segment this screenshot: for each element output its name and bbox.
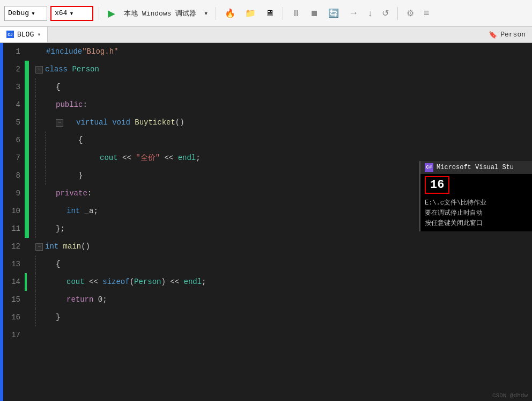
close-brace-16: } bbox=[56, 309, 60, 326]
shift-op-14a: << bbox=[89, 273, 102, 291]
void-keyword: void bbox=[112, 114, 135, 132]
class-keyword: class bbox=[45, 61, 72, 78]
shift-op-14b: << bbox=[166, 273, 184, 291]
line-numbers: 1 2 3 4 5 6 7 8 9 10 11 12 13 14 15 16 1… bbox=[3, 43, 25, 401]
main-func: main bbox=[63, 238, 82, 256]
run-label: 本地 Windows 调试器 bbox=[122, 9, 198, 18]
msvc-title-text: Microsoft Visual Stu bbox=[437, 164, 514, 171]
run-dropdown-arrow[interactable]: ▾ bbox=[202, 9, 210, 18]
line-num-13: 13 bbox=[3, 256, 20, 273]
int-keyword-10: int bbox=[66, 202, 85, 220]
endl-ident: endl bbox=[178, 149, 196, 167]
indicator-line-5 bbox=[25, 114, 27, 132]
return-keyword: return bbox=[66, 291, 98, 309]
open-brace-3: { bbox=[56, 78, 60, 96]
toolbar-separator-4 bbox=[397, 7, 398, 20]
line-num-1: 1 bbox=[3, 43, 20, 61]
func-name-buyticket: Buyticket bbox=[135, 114, 175, 132]
msvc-text-block: E:\.c文件\比特作业 要在调试停止时自动 按任意键关闭此窗口 bbox=[420, 196, 532, 231]
include-keyword: #include bbox=[46, 43, 82, 61]
tab-blog-dropdown[interactable]: ▾ bbox=[37, 31, 41, 39]
tab-blog-icon: C# bbox=[6, 31, 14, 38]
line-num-12: 12 bbox=[3, 238, 20, 256]
shift-op-2: << bbox=[160, 149, 178, 167]
code-line-6: { bbox=[35, 132, 532, 149]
int-keyword-12: int bbox=[45, 238, 63, 256]
person-ident-14: Person bbox=[134, 273, 161, 291]
debug-dropdown-arrow: ▾ bbox=[31, 9, 35, 18]
code-line-1: #include"Blog.h" bbox=[35, 43, 532, 61]
main-parens: () bbox=[81, 238, 90, 256]
line-num-7: 7 bbox=[3, 149, 20, 167]
line-num-3: 3 bbox=[3, 78, 20, 96]
code-line-16: } bbox=[35, 309, 532, 326]
collapse-btn-12[interactable]: − bbox=[35, 243, 43, 251]
open-brace-13: { bbox=[56, 256, 60, 273]
sizeof-close: ) bbox=[161, 273, 165, 291]
indicator-line-14 bbox=[25, 273, 27, 291]
debug-dropdown[interactable]: Debug ▾ bbox=[4, 6, 47, 21]
line-num-14: 14 bbox=[3, 273, 20, 291]
msvc-text-line2: 要在调试停止时自动 bbox=[425, 208, 528, 218]
include-string: "Blog.h" bbox=[82, 43, 118, 61]
line-num-16: 16 bbox=[3, 309, 20, 326]
code-line-3: { bbox=[35, 78, 532, 96]
settings-button[interactable]: ⚙ bbox=[403, 6, 417, 21]
sizeof-open: ( bbox=[130, 273, 134, 291]
line-num-8: 8 bbox=[3, 167, 20, 185]
stepout-button[interactable]: ↺ bbox=[379, 6, 392, 21]
virtual-keyword: virtual bbox=[76, 114, 112, 132]
collapse-btn-2[interactable]: − bbox=[35, 66, 43, 74]
arch-label: x64 bbox=[55, 9, 67, 17]
toolbar-separator-1 bbox=[99, 7, 99, 20]
cout-ident-14: cout bbox=[66, 273, 89, 291]
popup-result-number: 16 bbox=[425, 176, 449, 194]
watermark: CSDN @dhdw bbox=[492, 392, 528, 399]
code-line-17 bbox=[35, 326, 532, 344]
stop-button[interactable]: ⏹ bbox=[307, 6, 322, 21]
semicolon-14: ; bbox=[202, 273, 206, 291]
var-a: _a; bbox=[85, 202, 98, 220]
pause-button[interactable]: ⏸ bbox=[289, 6, 304, 21]
code-line-14: cout << sizeof(Person) << endl; bbox=[35, 273, 532, 291]
menu-button[interactable]: ≡ bbox=[420, 6, 433, 21]
arch-dropdown[interactable]: x64 ▾ bbox=[50, 6, 93, 21]
stepinto-button[interactable]: ↓ bbox=[365, 6, 375, 21]
code-line-15: return 0; bbox=[35, 291, 532, 309]
restart-button[interactable]: 🔄 bbox=[325, 6, 342, 21]
code-area: 1 2 3 4 5 6 7 8 9 10 11 12 13 14 15 16 1… bbox=[0, 43, 532, 401]
tab-right-section: 🔖 Person bbox=[482, 27, 532, 42]
line-num-4: 4 bbox=[3, 96, 20, 114]
return-value: 0; bbox=[98, 291, 107, 309]
toolbar: Debug ▾ x64 ▾ ▶ 本地 Windows 调试器 ▾ 🔥 📁 🖥 ⏸… bbox=[0, 0, 532, 27]
code-line-12: − int main() bbox=[35, 238, 532, 256]
func-parens: () bbox=[175, 114, 184, 132]
line-num-6: 6 bbox=[3, 132, 20, 149]
msvc-text-line3: 按任意键关闭此窗口 bbox=[425, 218, 528, 229]
indicators-column bbox=[25, 43, 30, 401]
private-colon: : bbox=[87, 185, 92, 202]
fire-button[interactable]: 🔥 bbox=[221, 6, 239, 21]
folder-button[interactable]: 📁 bbox=[242, 6, 259, 21]
public-keyword: public bbox=[56, 96, 83, 114]
indicator-line-2 bbox=[25, 61, 29, 238]
play-button[interactable]: ▶ bbox=[105, 6, 119, 21]
collapse-btn-5[interactable]: − bbox=[56, 119, 63, 127]
semicolon-7: ; bbox=[196, 149, 200, 167]
screen-button[interactable]: 🖥 bbox=[262, 6, 277, 21]
nav-label: Person bbox=[500, 31, 526, 39]
code-line-5: − virtual void Buyticket() bbox=[35, 114, 532, 132]
private-keyword: private bbox=[56, 185, 87, 202]
toolbar-separator-2 bbox=[216, 7, 216, 20]
string-quanjia: "全价" bbox=[136, 149, 160, 167]
code-line-13: { bbox=[35, 256, 532, 273]
line-num-2: 2 bbox=[3, 61, 20, 78]
line-num-9: 9 bbox=[3, 185, 20, 202]
stepover-button[interactable]: → bbox=[345, 6, 361, 21]
line-num-10: 10 bbox=[3, 202, 20, 220]
code-line-4: public: bbox=[35, 96, 532, 114]
msvc-popup: C# Microsoft Visual Stu 16 E:\.c文件\比特作业 … bbox=[419, 161, 532, 231]
arch-dropdown-arrow: ▾ bbox=[69, 9, 73, 18]
sizeof-keyword: sizeof bbox=[102, 273, 129, 291]
tab-blog[interactable]: C# BLOG ▾ bbox=[0, 27, 48, 42]
